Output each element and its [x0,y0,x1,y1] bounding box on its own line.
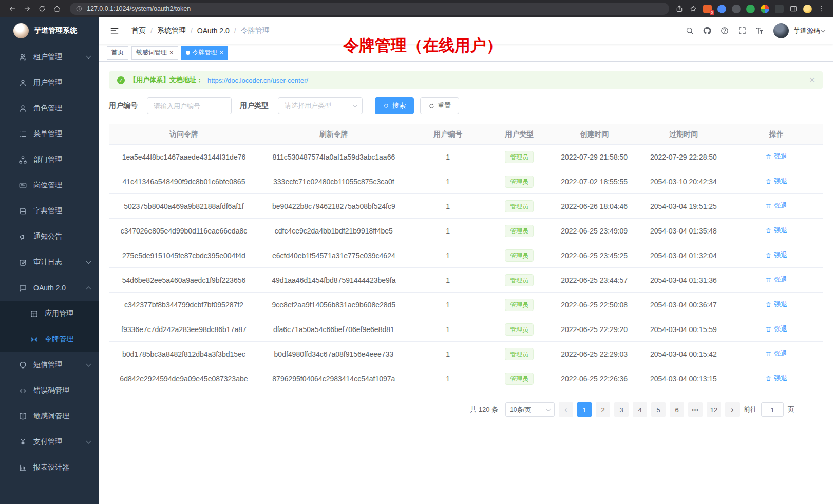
user-type-tag: 管理员 [505,200,534,212]
page-button-3[interactable]: 3 [614,402,629,417]
browser-forward-button[interactable] [20,2,34,16]
force-logout-button[interactable]: 强退 [765,374,787,383]
search-button[interactable]: 搜索 [375,97,414,114]
extension-red-icon[interactable]: 0 [703,5,712,13]
prev-page-button[interactable]: ‹ [559,402,573,417]
extension-green-icon[interactable] [746,5,755,13]
sidebar-item-audit-log[interactable]: 审计日志 [0,249,99,275]
page-button-4[interactable]: 4 [633,402,647,417]
page-size-select[interactable]: 10条/页 [505,402,555,417]
bookmark-star-icon[interactable] [689,5,697,13]
force-logout-button[interactable]: 强退 [765,250,787,260]
sidebar-item-menu[interactable]: 菜单管理 [0,121,99,147]
table-row: f9336e7c7dd242a283ee98dc86b17a87dfa6c71a… [109,317,823,342]
sidebar-item-label: 令牌管理 [45,335,90,344]
force-logout-button[interactable]: 强退 [765,201,787,210]
column-header: 过期时间 [637,124,730,145]
help-icon[interactable] [717,23,732,38]
close-icon[interactable]: × [220,49,224,56]
sidebar-item-error-code[interactable]: 错误码管理 [0,378,99,403]
report-icon [18,463,27,472]
extension-dark2-icon[interactable] [775,5,784,13]
page-button-2[interactable]: 2 [596,402,610,417]
search-icon[interactable] [682,23,697,38]
sidepanel-icon[interactable] [789,5,798,13]
token-icon [30,335,39,344]
page-button-12[interactable]: 12 [707,402,721,417]
browser-reload-button[interactable] [35,2,49,16]
close-icon[interactable]: × [169,49,174,56]
user-type-select[interactable]: 请选择用户类型 [278,97,363,114]
user-id-input[interactable] [147,97,232,114]
refresh-token-cell: be90422b8c7946218275a508bf524fc9 [259,194,409,219]
page-ellipsis[interactable]: ••• [688,402,703,417]
browser-home-button[interactable] [50,2,64,16]
trash-icon [765,252,772,259]
force-logout-button[interactable]: 强退 [765,275,787,284]
user-type-tag: 管理员 [505,348,534,360]
sidebar-item-oauth2[interactable]: OAuth 2.0 [0,275,99,301]
extension-dark-icon[interactable] [732,5,741,13]
font-size-icon[interactable] [752,23,767,38]
info-icon [75,5,83,12]
browser-address-bar[interactable]: 127.0.0.1:1024/system/oauth2/token [70,3,669,15]
user-id-cell: 1 [409,342,487,366]
hamburger-icon[interactable] [107,23,122,38]
extension-blue-icon[interactable] [717,5,726,13]
fullscreen-icon[interactable] [734,23,750,38]
sidebar-item-tenant[interactable]: 租户管理 [0,44,99,70]
share-icon[interactable] [675,5,684,13]
force-logout-button[interactable]: 强退 [765,226,787,235]
sidebar-item-sms[interactable]: 短信管理 [0,352,99,378]
audit-icon [18,258,27,267]
goto-page-input[interactable] [761,402,784,417]
sidebar-item-oauth2-app[interactable]: 应用管理 [0,301,99,326]
sidebar-item-pay[interactable]: 支付管理 [0,429,99,455]
force-logout-button[interactable]: 强退 [765,349,787,358]
breadcrumb-item[interactable]: OAuth 2.0 [197,27,230,35]
sidebar-item-dept[interactable]: 部门管理 [0,147,99,172]
force-logout-button[interactable]: 强退 [765,324,787,334]
github-icon[interactable] [699,23,715,38]
sidebar-item-user[interactable]: 用户管理 [0,70,99,95]
user-id-cell: 1 [409,366,487,391]
force-logout-button[interactable]: 强退 [765,177,787,186]
next-page-button[interactable]: › [725,402,740,417]
expire-time-cell: 2054-03-04 00:36:47 [637,293,730,317]
user-menu[interactable]: 芋道源码 [773,23,825,38]
tab-sensitive-word[interactable]: 敏感词管理× [131,46,178,60]
page-button-5[interactable]: 5 [651,402,666,417]
breadcrumb-item[interactable]: 首页 [131,26,146,35]
column-header: 操作 [730,124,823,145]
extension-teal-icon[interactable] [761,5,769,13]
force-logout-button[interactable]: 强退 [765,152,787,161]
sidebar-item-sensitive-word[interactable]: 敏感词管理 [0,403,99,429]
sidebar-item-role[interactable]: 角色管理 [0,95,99,121]
sidebar-item-label: 租户管理 [33,52,87,62]
browser-back-button[interactable] [5,2,19,16]
reset-button[interactable]: 重置 [420,97,459,114]
alert-close-icon[interactable]: × [810,75,815,85]
column-header: 创建时间 [552,124,637,145]
page-button-6[interactable]: 6 [670,402,684,417]
dept-icon [18,156,27,164]
page-button-1[interactable]: 1 [577,402,592,417]
user-id-cell: 1 [409,268,487,293]
sidebar-item-report-designer[interactable]: 报表设计器 [0,455,99,480]
table-row: 6d842e2924594de9a09e45e087323abe8796295f… [109,366,823,391]
tab-token[interactable]: 令牌管理× [181,46,229,60]
sidebar-item-oauth2-token[interactable]: 令牌管理 [0,326,99,352]
sidebar-item-notice[interactable]: 通知公告 [0,224,99,249]
sidebar-item-dict[interactable]: 字典管理 [0,198,99,224]
tab-home[interactable]: 首页 [107,46,128,60]
browser-menu-icon[interactable] [818,5,826,13]
created-time-cell: 2022-07-02 18:55:55 [552,169,637,194]
app-logo[interactable]: 芋道管理系统 [0,17,99,44]
access-token-cell: c347026e805e4d99b0d116eae66eda8c [109,219,259,243]
profile-avatar-icon[interactable] [803,5,812,13]
sidebar-item-post[interactable]: 岗位管理 [0,172,99,198]
force-logout-button[interactable]: 强退 [765,300,787,309]
breadcrumb-item[interactable]: 系统管理 [157,26,186,35]
alert-link[interactable]: https://doc.iocoder.cn/user-center/ [207,76,308,84]
reload-icon [38,5,46,13]
